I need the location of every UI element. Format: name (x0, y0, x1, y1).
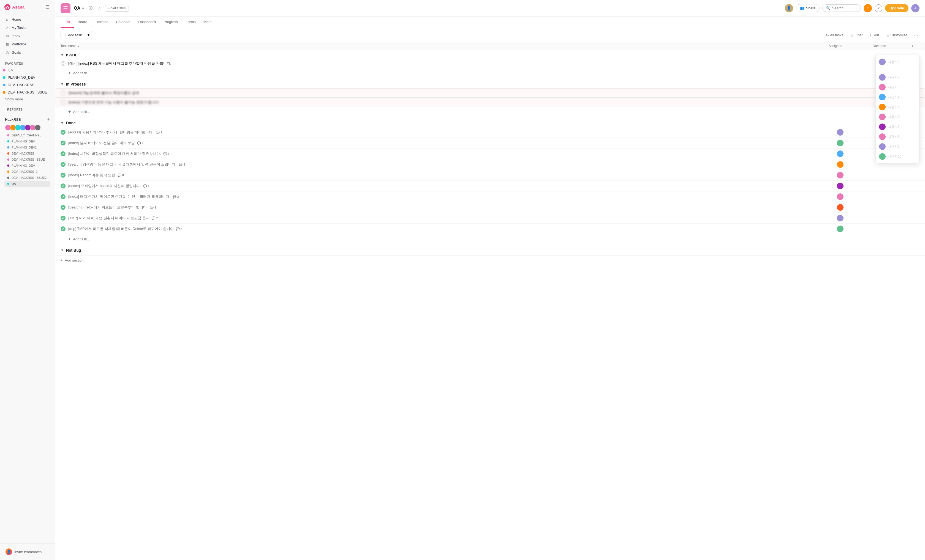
section-header-done[interactable]: ▼ Done (55, 118, 925, 127)
help-button[interactable]: ? (875, 5, 882, 12)
chevron-down-icon[interactable]: ▾ (82, 6, 84, 11)
assignee-spacer (876, 67, 919, 72)
tab-dashboard[interactable]: Dashboard (134, 17, 160, 28)
sidebar-item-goals[interactable]: ◎ Goals (2, 48, 53, 56)
comment-icon: 💬 (152, 216, 155, 220)
tab-board[interactable]: Board (74, 17, 91, 28)
tab-forms[interactable]: Forms (182, 17, 200, 28)
table-row[interactable]: [Index] Report 버튼 동작 안함 💬8 (55, 170, 925, 181)
sidebar-toggle-button[interactable]: ☰ (44, 3, 50, 11)
add-task-button[interactable]: + Add task (61, 31, 85, 39)
comment-badge: 💬2 (173, 195, 179, 198)
tab-more[interactable]: More... (200, 17, 218, 28)
task-status-icon[interactable] (61, 100, 66, 105)
sort-button[interactable]: ↕ Sort (868, 32, 881, 39)
tab-timeline[interactable]: Timeline (91, 17, 112, 28)
search-box[interactable]: 🔍 (822, 5, 861, 12)
share-button[interactable]: 👥 Share (796, 4, 820, 12)
tab-list[interactable]: List (60, 17, 74, 28)
invite-teammates-button[interactable]: 👤 Invite teammates (5, 547, 50, 557)
tab-calendar[interactable]: Calendar (112, 17, 135, 28)
table-row[interactable]: [TMP] RSS 데이터 탭 전환시 데이터 새로고침 문제 💬2 (55, 213, 925, 224)
table-row[interactable]: [index] 시간이 비정상적인 피드에 대한 처리가 필요합니다. 💬1 (55, 149, 925, 159)
task-assignee-cell (837, 140, 881, 146)
table-row[interactable]: [Search] Firefox에서 피드들이 오른쪽부터 합니다. 💬1 (55, 202, 925, 213)
search-input[interactable] (832, 6, 857, 10)
hackrss-proj-6[interactable]: PLANNING_DEV_ (5, 162, 50, 169)
assignee-panel-row: 사용자3 (876, 82, 919, 92)
hackrss-proj-8[interactable]: DEV_HACKRSS_ISSUE2 (5, 175, 50, 181)
table-row[interactable]: [예시] [index] RSS 게시글에서 태그를 추가할때 반응을 안합니다… (55, 59, 925, 68)
sidebar-nav: ⌂ Home ✓ My Tasks ✉ Inbox ▦ Portfolios ◎… (0, 14, 55, 57)
task-status-icon[interactable] (60, 151, 66, 156)
sidebar-item-inbox[interactable]: ✉ Inbox (2, 32, 53, 40)
add-section-button[interactable]: + Add section (55, 255, 925, 265)
sidebar-fav-planning-dev[interactable]: PLANNING_DEV (0, 74, 55, 81)
hackrss-proj-5[interactable]: DEV_HACKRSS_ISSUE (5, 156, 50, 162)
sidebar-fav-dev-hackrss[interactable]: DEV_HACKRSS (0, 81, 55, 89)
task-status-icon[interactable] (61, 90, 66, 95)
add-task-issue[interactable]: + Add task... (55, 68, 925, 78)
hackrss-proj-4[interactable]: DEV_HACKRSS (5, 150, 50, 156)
assignee-panel-row: 사용자7 (876, 122, 919, 132)
add-task-done[interactable]: + Add task... (55, 234, 925, 244)
task-status-icon[interactable] (60, 216, 66, 221)
add-task-inprogress[interactable]: + Add task... (55, 107, 925, 117)
inprogress-tasks-container: [Search] Tag 검색에 불러서 특정이름도 검색 [notice] 기… (55, 88, 925, 107)
task-status-icon[interactable] (60, 130, 66, 135)
table-row[interactable]: [index] 날짜 바뀌어도 전날 글이 계속 보임 💬1 (55, 138, 925, 149)
task-status-icon[interactable] (60, 205, 66, 210)
task-name-text: [Search] Firefox에서 피드들이 오른쪽부터 합니다. 💬1 (68, 205, 837, 210)
hackrss-proj-9[interactable]: QA (5, 181, 50, 187)
hackrss-proj-7[interactable]: DEV_HACKRSS_2 (5, 169, 50, 175)
task-status-icon[interactable] (60, 61, 66, 66)
add-task-dropdown[interactable]: ▾ (85, 31, 92, 39)
section-header-inprogress[interactable]: ▼ In Progess (55, 79, 925, 88)
section-header-not-bug[interactable]: ▼ Not Bug (55, 245, 925, 254)
create-button[interactable]: + (863, 4, 872, 12)
table-row[interactable]: [Search] 검색량이 많은 태그 검색 결과창에서 입력 반응이 느립니다… (55, 159, 925, 170)
favorites-title: Favorites (0, 60, 55, 66)
filter-button[interactable]: ⊟ Filter (848, 32, 865, 39)
assignee-avatar (879, 123, 886, 130)
account-avatar[interactable]: A (911, 4, 919, 12)
info-icon[interactable]: ⓘ (87, 5, 94, 12)
task-status-icon[interactable] (60, 194, 66, 199)
task-name-text: [TMP] RSS 데이터 탭 전환시 데이터 새로고침 문제 💬2 (68, 216, 837, 221)
task-status-icon[interactable] (60, 173, 66, 178)
svg-point-1 (6, 7, 7, 9)
upgrade-button[interactable]: Upgrade (885, 4, 908, 12)
sidebar-item-portfolios[interactable]: ▦ Portfolios (2, 40, 53, 48)
hackrss-add-button[interactable]: + (47, 117, 50, 122)
task-status-icon[interactable] (60, 162, 66, 167)
sidebar-item-home[interactable]: ⌂ Home (2, 15, 53, 23)
hackrss-proj-3[interactable]: PLANNING_DEV2 (5, 144, 50, 150)
table-row[interactable]: [Index] 태그 추가시 영어로만 추가할 수 있는 필터가 필요합니다. … (55, 191, 925, 202)
table-row[interactable]: [tmp] TMP에서 피드를 삭제할 때 버튼이 Delete로 바뀌어야 합… (55, 224, 925, 234)
add-column-button[interactable]: + (911, 44, 919, 48)
all-tasks-button[interactable]: ⊙ All tasks (824, 32, 845, 39)
comment-icon: 💬 (163, 152, 167, 156)
task-status-icon[interactable] (60, 141, 66, 146)
table-row[interactable]: [Search] Tag 검색에 불러서 특정이름도 검색 (55, 88, 925, 98)
invite-icon: 👤 (6, 548, 12, 555)
sidebar-fav-qa[interactable]: QA (0, 66, 55, 74)
set-status-button[interactable]: ○ Set status (105, 5, 129, 12)
customize-button[interactable]: ⊞ Customize (884, 32, 910, 39)
hackrss-proj-2[interactable]: PLANNING_DEV (5, 138, 50, 144)
show-more-button[interactable]: Show more (0, 96, 55, 102)
svg-point-2 (8, 7, 9, 9)
sidebar-item-my-tasks[interactable]: ✓ My Tasks (2, 23, 53, 32)
more-options-button[interactable]: ⋯ (912, 32, 919, 38)
hackrss-proj-1[interactable]: DEFAULT_CHANNEL (5, 132, 50, 138)
topbar: ☰ QA ▾ ⓘ ☆ ○ Set status 👤 👥 Shar (55, 0, 925, 17)
sidebar-fav-dev-hackrss-issue[interactable]: DEV_HACKRSS_ISSUE (0, 89, 55, 96)
table-row[interactable]: [addrss] 사용자가 RSS 추가 시, 필터링을 해야합니다. 💬1 (55, 127, 925, 138)
task-status-icon[interactable] (60, 227, 66, 231)
table-row[interactable]: [notice] 기본으로 만약 기능 사용이 불가능 완료가 됩니다 (55, 98, 925, 107)
task-status-icon[interactable] (60, 183, 66, 188)
tab-progress[interactable]: Progress (160, 17, 182, 28)
table-row[interactable]: [notice] 모바일에서 notice의 사진이 짤립니다. 💬1 (55, 181, 925, 191)
section-header-issue[interactable]: ▼ ISSUE (55, 50, 925, 59)
star-icon[interactable]: ☆ (96, 5, 103, 12)
